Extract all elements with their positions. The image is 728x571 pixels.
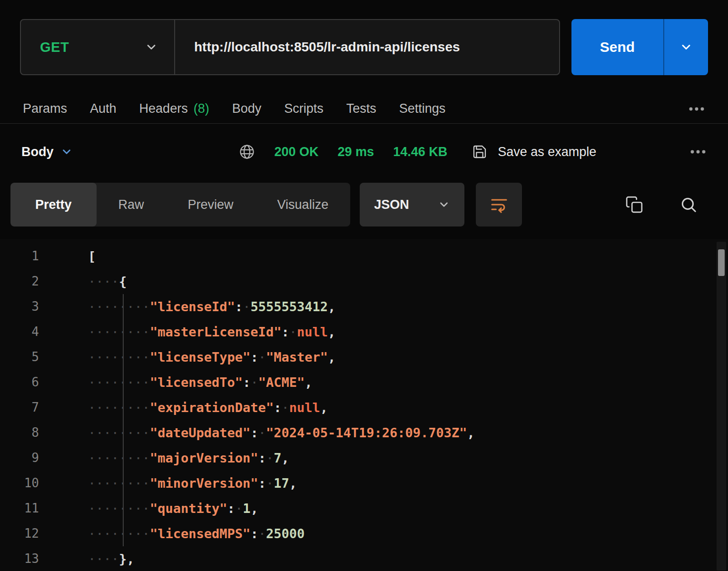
code-line-content: ····}, <box>63 546 728 571</box>
line-number: 8 <box>0 420 63 445</box>
send-options-button[interactable] <box>664 19 708 75</box>
code-line: 10········"minorVersion":·17, <box>0 471 728 496</box>
code-line-content: ········"quantity":·1, <box>63 496 728 521</box>
line-number: 9 <box>0 445 63 471</box>
request-url-bar: GET http://localhost:8505/lr-admin-api/l… <box>20 19 560 75</box>
code-line: 12········"licensedMPS":·25000 <box>0 521 728 546</box>
tab-raw[interactable]: Raw <box>97 183 166 226</box>
response-pane-selector[interactable]: Body <box>21 145 73 159</box>
response-meta-bar: Body 200 OK 29 ms 14.46 KB Save as examp… <box>0 138 728 166</box>
code-line-content: ········"masterLicenseId":·null, <box>63 319 728 345</box>
request-tabs: Params Auth Headers (8) Body Scripts Tes… <box>0 94 728 124</box>
code-line: 3········"licenseId":·5555553412, <box>0 294 728 319</box>
code-line: 8········"dateUpdated":·"2024-05-14T19:2… <box>0 420 728 445</box>
line-number: 12 <box>0 521 63 546</box>
code-line: 9········"majorVersion":·7, <box>0 445 728 471</box>
search-button[interactable] <box>679 183 698 226</box>
line-number: 6 <box>0 370 63 395</box>
format-selector[interactable]: JSON <box>360 183 464 226</box>
line-number: 11 <box>0 496 63 521</box>
scrollbar-thumb[interactable] <box>718 249 725 276</box>
line-number: 13 <box>0 546 63 571</box>
copy-button[interactable] <box>625 183 643 226</box>
save-icon <box>472 144 487 159</box>
tab-visualize[interactable]: Visualize <box>256 183 351 226</box>
globe-icon[interactable] <box>238 143 256 160</box>
save-as-example-label: Save as example <box>498 145 596 159</box>
method-selector[interactable]: GET <box>21 20 174 74</box>
tab-preview[interactable]: Preview <box>166 183 256 226</box>
copy-icon <box>625 196 643 214</box>
wrap-lines-button[interactable] <box>476 183 522 226</box>
code-line-content: ········"licenseType":·"Master", <box>63 345 728 370</box>
code-line: 7········"expirationDate":·null, <box>0 395 728 420</box>
spacer <box>522 183 625 226</box>
code-line-content: ········"expirationDate":·null, <box>63 395 728 420</box>
response-body-viewer: 1[2····{3········"licenseId":·5555553412… <box>0 239 728 571</box>
code-line-content: ········"licensedTo":·"ACME", <box>63 370 728 395</box>
request-url-row: GET http://localhost:8505/lr-admin-api/l… <box>20 19 708 75</box>
line-number: 7 <box>0 395 63 420</box>
line-number: 3 <box>0 294 63 319</box>
response-toolbar: Pretty Raw Preview Visualize JSON <box>0 183 728 226</box>
tab-params[interactable]: Params <box>23 101 67 116</box>
code-line: 11········"quantity":·1, <box>0 496 728 521</box>
send-button-label: Send <box>571 19 663 75</box>
save-as-example-button[interactable]: Save as example <box>472 144 596 159</box>
chevron-down-icon <box>679 40 693 54</box>
api-client-window: GET http://localhost:8505/lr-admin-api/l… <box>0 0 728 571</box>
chevron-down-icon <box>145 40 158 54</box>
code-line: 6········"licensedTo":·"ACME", <box>0 370 728 395</box>
code-line-content: ········"licenseId":·5555553412, <box>63 294 728 319</box>
code-line-content: ········"minorVersion":·17, <box>63 471 728 496</box>
headers-count-badge: (8) <box>194 101 209 116</box>
code-line-content: ····{ <box>63 269 728 294</box>
code-line: 5········"licenseType":·"Master", <box>0 345 728 370</box>
code-line-content: ········"dateUpdated":·"2024-05-14T19:26… <box>63 420 728 445</box>
status-badge: 200 OK <box>275 145 319 159</box>
ellipsis-icon <box>689 149 707 155</box>
text-wrap-icon <box>490 195 509 214</box>
scrollbar[interactable] <box>717 242 726 571</box>
line-number: 10 <box>0 471 63 496</box>
more-response-options-button[interactable] <box>689 149 707 155</box>
tab-pretty[interactable]: Pretty <box>10 183 97 226</box>
response-pane-label: Body <box>21 145 54 159</box>
search-icon <box>679 196 698 214</box>
line-number: 2 <box>0 269 63 294</box>
ellipsis-icon <box>688 106 705 112</box>
code-line-content: [ <box>63 244 728 269</box>
response-time: 29 ms <box>338 145 374 159</box>
chevron-down-icon <box>60 146 73 158</box>
code-line: 13····}, <box>0 546 728 571</box>
code-line-content: ········"licensedMPS":·25000 <box>63 521 728 546</box>
tab-scripts[interactable]: Scripts <box>284 101 324 116</box>
tab-body[interactable]: Body <box>232 101 262 116</box>
tab-headers[interactable]: Headers (8) <box>139 101 209 116</box>
chevron-down-icon <box>438 198 450 211</box>
tab-settings[interactable]: Settings <box>399 101 446 116</box>
line-number: 5 <box>0 345 63 370</box>
method-label: GET <box>40 39 69 55</box>
line-number: 4 <box>0 319 63 345</box>
code-line-content: ········"majorVersion":·7, <box>63 445 728 471</box>
response-view-tabs: Pretty Raw Preview Visualize <box>10 183 350 226</box>
format-label: JSON <box>374 197 409 212</box>
response-size: 14.46 KB <box>393 145 447 159</box>
line-number: 1 <box>0 244 63 269</box>
code-line: 1[ <box>0 244 728 269</box>
send-button[interactable]: Send <box>571 19 708 75</box>
tab-auth[interactable]: Auth <box>90 101 117 116</box>
more-request-options-button[interactable] <box>688 106 705 112</box>
url-input[interactable]: http://localhost:8505/lr-admin-api/licen… <box>175 20 559 74</box>
response-body-lines: 1[2····{3········"licenseId":·5555553412… <box>0 239 728 571</box>
tab-tests[interactable]: Tests <box>346 101 376 116</box>
code-line: 2····{ <box>0 269 728 294</box>
code-line: 4········"masterLicenseId":·null, <box>0 319 728 345</box>
